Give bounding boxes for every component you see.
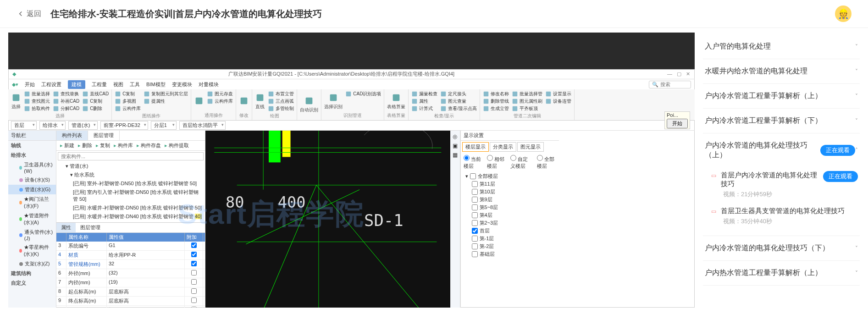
prop-checkbox[interactable] <box>191 279 197 285</box>
toolbar-btn[interactable]: ▸删除 <box>78 142 92 149</box>
menu-建模[interactable]: 建模 <box>68 80 85 89</box>
scope-radio[interactable]: 全部楼层 <box>537 155 556 170</box>
ribbon-btn[interactable]: 查看/显示点高 <box>440 105 477 112</box>
ribbon-btn[interactable]: 云构件库 <box>207 98 233 105</box>
nav-item[interactable]: 设备(水)(S) <box>8 175 56 185</box>
context-combo[interactable]: 首层给水消防平 <box>179 121 226 130</box>
grid-icon[interactable]: ▦ <box>453 152 458 158</box>
ribbon-btn[interactable]: 查找图元 <box>24 98 50 105</box>
floor-item[interactable]: 第5~8层 <box>464 204 556 211</box>
ribbon-btn[interactable]: C复制 <box>82 98 109 105</box>
tree-item[interactable]: [已用] 水暖井-衬塑钢管-DN50 [给水系统 镀锌衬塑钢管 50] <box>56 204 205 212</box>
floor-item[interactable]: 基础层 <box>464 250 556 258</box>
floor-item[interactable]: 第10层 <box>464 188 556 196</box>
drawing-canvas[interactable]: 80 400 SD-1 Start启程学院 <box>205 131 450 308</box>
mid-tab[interactable]: 构件列表 <box>56 131 88 140</box>
ribbon-btn[interactable]: 漏量检查 <box>411 91 437 97</box>
nav-item[interactable]: 通头管件(水)(J) <box>8 227 56 242</box>
ribbon-btn[interactable]: 三点画弧 <box>268 98 294 105</box>
nav-section[interactable]: 给排水 <box>8 150 56 160</box>
ribbon-btn[interactable]: 云构件库 <box>115 105 141 112</box>
avatar[interactable]: 👷 <box>835 6 851 22</box>
back-button[interactable]: 返回 <box>17 9 41 19</box>
menu-视图[interactable]: 视图 <box>113 81 123 88</box>
floor-item[interactable]: 第-1层 <box>464 235 556 242</box>
floor-item[interactable]: 第-2层 <box>464 242 556 250</box>
mid-tab[interactable]: 图层管理 <box>88 131 120 140</box>
chapter-header[interactable]: 户内冷水管道工程量手算解析（下）˅ <box>703 109 860 133</box>
ribbon-btn[interactable]: 修改名称 <box>483 91 509 97</box>
ribbon-btn[interactable]: 平齐板顶 <box>512 105 542 112</box>
ribbon-btn[interactable]: 删除管线 <box>483 98 509 105</box>
props-row[interactable]: 6外径(mm)(32) <box>56 269 205 278</box>
close-icon[interactable]: ✕ <box>686 71 690 77</box>
chapter-header[interactable]: 户内冷水管道的电算化处理技巧（下）˅ <box>703 236 860 260</box>
context-combo[interactable]: 管道(水) <box>68 121 98 130</box>
menu-对量模块[interactable]: 对量模块 <box>199 81 219 88</box>
ribbon-btn[interactable]: 直线CAD <box>82 91 109 97</box>
menu-工程设置[interactable]: 工程设置 <box>41 81 61 88</box>
ribbon-btn[interactable]: 复制图元到其它层 <box>144 91 188 97</box>
props-row[interactable]: 5管径规格(mm)32 <box>56 260 205 269</box>
chapter-header[interactable]: 入户管的电算化处理˅ <box>703 34 860 59</box>
prop-checkbox[interactable] <box>191 242 197 248</box>
ribbon-btn[interactable]: C删除 <box>82 105 109 112</box>
prop-checkbox[interactable] <box>191 288 197 294</box>
chapter-header[interactable]: 水暖井内给水管道的电算化处理˅ <box>703 59 860 83</box>
ribbon-btn[interactable]: 设置显示 <box>545 91 571 97</box>
ribbon-auto[interactable]: 自动识别 <box>300 91 318 118</box>
ribbon-btn[interactable]: 图元存盘 <box>207 91 233 97</box>
ribbon-selid[interactable]: 选择识别 <box>324 91 343 111</box>
search-input[interactable] <box>660 82 688 87</box>
chapter-header[interactable]: 户内冷水管道的电算化处理技巧（上）正在观看˄ <box>703 133 860 167</box>
lesson-item[interactable]: ▭首层户内冷水管道的电算化处理技巧正在观看视频：21分钟59秒 <box>703 167 860 203</box>
ribbon-btn[interactable]: 批量选择管 <box>512 91 542 97</box>
menu-开始[interactable]: 开始 <box>25 81 35 88</box>
component-search[interactable] <box>58 152 204 160</box>
ribbon-btn[interactable]: 计算式 <box>411 105 437 112</box>
nav-item[interactable]: 管道(水)(G) <box>8 185 56 194</box>
prop-checkbox[interactable] <box>191 261 197 266</box>
prop-checkbox[interactable] <box>191 307 197 308</box>
tree-root[interactable]: ▾ 管道(水) <box>56 162 205 171</box>
nav-section[interactable]: 轴线 <box>8 141 56 150</box>
ribbon-btn[interactable]: 分解CAD <box>53 105 79 112</box>
nav-item[interactable]: ★零星构件(水)(K) <box>8 242 56 259</box>
props-row[interactable]: 7内径(mm)(19) <box>56 278 205 287</box>
props-row[interactable]: 4材质给水用PP-R <box>56 251 205 260</box>
ribbon-btn[interactable]: 设备连管 <box>545 98 571 105</box>
ribbon-search[interactable]: 🔍 <box>649 81 691 88</box>
maximize-icon[interactable]: ▢ <box>677 71 681 77</box>
scope-radio[interactable]: 相邻楼层 <box>487 155 506 170</box>
nav-section[interactable]: 自定义 <box>8 278 56 288</box>
props-row[interactable]: 3系统编号G1 <box>56 242 205 251</box>
ribbon-btn[interactable]: 补画CAD <box>53 98 79 105</box>
tree-item[interactable]: [已用] 室内引入管-衬塑钢管-DN50 [给水系统 镀锌衬塑钢管 50] <box>56 188 205 204</box>
ribbon-btn[interactable]: 布置立管 <box>268 91 294 97</box>
floor-root[interactable]: ▾ 全部楼层 <box>464 172 556 180</box>
props-tab[interactable]: 图层管理 <box>76 223 105 232</box>
nav-item[interactable]: 卫生器具(水)(W) <box>8 160 56 175</box>
ribbon-btn[interactable]: 生成立管 <box>483 105 509 112</box>
tree-item[interactable]: [已用] 室外-衬塑钢管-DN50 [给水系统 镀锌衬塑钢管 50] <box>56 179 205 188</box>
chapter-header[interactable]: 户内冷水管道工程量手算解析（上）˅ <box>703 84 860 108</box>
context-combo[interactable]: 前室-PPR-DE32 <box>100 121 148 130</box>
component-tree[interactable]: ▾ 管道(水)▾ 给水系统[已用] 室外-衬塑钢管-DN50 [给水系统 镀锌衬… <box>56 162 205 222</box>
props-row[interactable]: 8起点标高(m)层底标高 <box>56 287 205 297</box>
ribbon-btn[interactable]: 拾取构件 <box>24 105 50 112</box>
display-tab[interactable]: 楼层显示 <box>462 142 489 152</box>
ribbon-btn[interactable]: 查找替换 <box>53 91 79 97</box>
menu-工具[interactable]: 工具 <box>130 81 140 88</box>
tooltip-button[interactable]: 开始 <box>667 119 688 128</box>
ribbon-btn[interactable]: 批量选择 <box>24 91 50 97</box>
compass-icon[interactable]: ◎ <box>453 133 457 140</box>
nav-item[interactable]: 支架(水)(Z) <box>8 259 56 269</box>
context-combo[interactable]: 分层1 <box>151 121 177 130</box>
nav-item[interactable]: ★阀门法兰(水)(F) <box>8 194 56 211</box>
prop-checkbox[interactable] <box>191 270 197 275</box>
scope-radio[interactable]: 自定义楼层 <box>510 155 533 170</box>
ribbon-btn[interactable]: C复制 <box>115 91 141 97</box>
ribbon-btn[interactable]: 提属性 <box>144 98 188 105</box>
ribbon-btn[interactable]: CAD识别选项 <box>345 91 381 97</box>
ribbon-btn[interactable]: 多管绘制 <box>268 105 294 112</box>
